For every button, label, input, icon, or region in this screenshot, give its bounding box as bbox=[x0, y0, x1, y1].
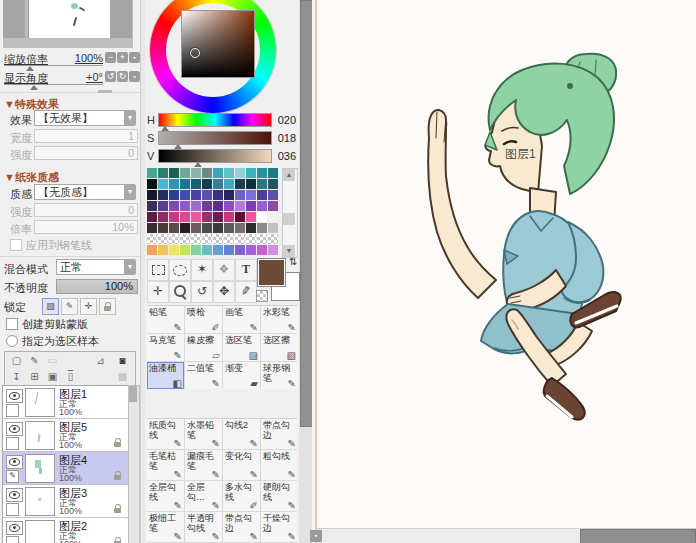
effect-width-field[interactable]: 1 bbox=[34, 129, 138, 143]
color-swatch[interactable] bbox=[268, 245, 278, 255]
brush-cell[interactable]: 水彩笔✎ bbox=[261, 306, 298, 333]
color-swatch[interactable] bbox=[213, 190, 223, 200]
color-swatch[interactable] bbox=[213, 179, 223, 189]
color-swatch[interactable] bbox=[268, 190, 278, 200]
color-swatch[interactable] bbox=[268, 234, 278, 244]
color-swatch[interactable] bbox=[147, 245, 157, 255]
brush-cell[interactable]: 带点勾边✎ bbox=[223, 512, 260, 542]
palette-scrollbar[interactable]: ▲ ▼ bbox=[282, 168, 298, 258]
color-swatch[interactable] bbox=[202, 223, 212, 233]
angle-reset-button[interactable]: ▪ bbox=[129, 71, 140, 82]
brush-cell[interactable]: 漏痕毛笔✎ bbox=[185, 450, 222, 480]
new-linework-layer-button[interactable]: ✎ bbox=[27, 354, 42, 368]
color-swatch[interactable] bbox=[202, 212, 212, 222]
rotate-ccw-button[interactable]: ↺ bbox=[105, 71, 116, 82]
color-swatch[interactable] bbox=[235, 212, 245, 222]
color-swatch[interactable] bbox=[202, 168, 212, 178]
brush-cell[interactable]: 纸质勾线✎ bbox=[147, 419, 184, 449]
color-swatch[interactable] bbox=[191, 234, 201, 244]
magic-wand-tool[interactable]: ✶ bbox=[191, 259, 213, 281]
color-swatch[interactable] bbox=[257, 212, 267, 222]
color-swatch[interactable] bbox=[169, 245, 179, 255]
lock-move-button[interactable]: ✛ bbox=[80, 298, 97, 315]
brush-cell[interactable]: 粗勾线✎ bbox=[261, 450, 297, 480]
brush-cell[interactable]: 半透明勾线✎ bbox=[185, 512, 222, 542]
palette-scroll-up-button[interactable]: ▲ bbox=[283, 169, 295, 181]
color-swatch[interactable] bbox=[257, 190, 267, 200]
color-swatch[interactable] bbox=[246, 234, 256, 244]
color-swatch[interactable] bbox=[191, 212, 201, 222]
saturation-value-picker[interactable] bbox=[181, 10, 255, 78]
color-swatch[interactable] bbox=[257, 223, 267, 233]
color-swatch[interactable] bbox=[257, 245, 267, 255]
mask-button[interactable]: ◙ bbox=[115, 354, 130, 368]
color-swatch[interactable] bbox=[235, 179, 245, 189]
color-swatch[interactable] bbox=[257, 201, 267, 211]
color-swatch[interactable] bbox=[202, 179, 212, 189]
canvas-hscrollbar-thumb[interactable] bbox=[580, 529, 696, 543]
color-swatch[interactable] bbox=[180, 245, 190, 255]
color-swatch[interactable] bbox=[224, 212, 234, 222]
color-swatch[interactable] bbox=[224, 179, 234, 189]
brush-cell[interactable]: 橡皮擦▱ bbox=[185, 334, 222, 361]
zoom-in-button[interactable]: + bbox=[117, 52, 128, 63]
color-swatch[interactable] bbox=[213, 201, 223, 211]
layer-visibility-toggle[interactable] bbox=[6, 488, 23, 502]
angle-slider-marker[interactable] bbox=[30, 85, 38, 90]
layer-row[interactable]: 图层3正常100% bbox=[3, 485, 129, 518]
layer-row[interactable]: 图层2正常100% bbox=[3, 518, 129, 543]
value-slider-marker[interactable] bbox=[194, 162, 202, 167]
color-swatch[interactable] bbox=[169, 201, 179, 211]
layer-visibility-toggle[interactable] bbox=[6, 521, 23, 535]
zoom-slider[interactable] bbox=[4, 65, 103, 66]
color-swatch[interactable] bbox=[191, 168, 201, 178]
hand-tool[interactable]: ✥ bbox=[213, 281, 235, 303]
new-layer-button[interactable]: ▢ bbox=[9, 354, 24, 368]
saturation-slider[interactable] bbox=[158, 131, 272, 145]
layer-row[interactable]: 图层5正常100% bbox=[3, 419, 129, 452]
color-swatch[interactable] bbox=[191, 201, 201, 211]
brush-cell[interactable]: 马克笔✎ bbox=[147, 334, 184, 361]
texture-select[interactable]: 【无质感】 bbox=[34, 184, 127, 200]
delete-layer-button[interactable]: ▯ bbox=[63, 370, 78, 384]
color-swatch[interactable] bbox=[257, 234, 267, 244]
brush-cell[interactable]: 油漆桶◧ bbox=[147, 362, 184, 389]
texture-section-header[interactable]: ▼纸张质感 bbox=[4, 170, 59, 185]
effect-select-arrow[interactable]: ▾ bbox=[124, 110, 136, 126]
color-swatch[interactable] bbox=[202, 234, 212, 244]
layer-row[interactable]: 图层1正常100% bbox=[3, 386, 129, 419]
color-swatch[interactable] bbox=[180, 168, 190, 178]
color-swatch[interactable] bbox=[224, 223, 234, 233]
color-swatch[interactable] bbox=[224, 201, 234, 211]
scrollbar-corner-button[interactable]: ▪ bbox=[310, 530, 322, 542]
layer-edit-checkbox[interactable] bbox=[6, 437, 19, 450]
blend-mode-select[interactable]: 正常 bbox=[56, 259, 126, 275]
color-swatch[interactable] bbox=[202, 190, 212, 200]
color-swatch[interactable] bbox=[202, 245, 212, 255]
merge-down-button[interactable]: ⊞ bbox=[27, 370, 42, 384]
brush-cell[interactable]: 选区擦▧ bbox=[261, 334, 298, 361]
color-swatch[interactable] bbox=[180, 223, 190, 233]
rotate-cw-button[interactable]: ↻ bbox=[117, 71, 128, 82]
brush-cell[interactable]: 全层勾…✎ bbox=[185, 481, 222, 511]
color-swatch[interactable] bbox=[246, 168, 256, 178]
zoom-out-button[interactable]: − bbox=[105, 52, 116, 63]
transparent-color-button[interactable] bbox=[256, 290, 268, 302]
layer-row[interactable]: ✎图层4正常100% bbox=[3, 452, 129, 485]
color-swatch[interactable] bbox=[268, 179, 278, 189]
apply-to-pen-checkbox[interactable] bbox=[10, 239, 22, 251]
color-swatch[interactable] bbox=[246, 223, 256, 233]
layer-edit-checkbox[interactable]: ✎ bbox=[6, 470, 19, 483]
lock-draw-button[interactable]: ✎ bbox=[61, 298, 78, 315]
color-swatch[interactable] bbox=[213, 245, 223, 255]
selection-sample-radio[interactable] bbox=[6, 335, 18, 347]
color-swatch[interactable] bbox=[235, 223, 245, 233]
color-swatch[interactable] bbox=[191, 245, 201, 255]
layers-scrollbar-thumb[interactable] bbox=[129, 386, 137, 402]
color-swatch[interactable] bbox=[268, 201, 278, 211]
texture-scale-field[interactable]: 10% bbox=[34, 220, 138, 234]
color-swatch[interactable] bbox=[235, 201, 245, 211]
color-swatch[interactable] bbox=[158, 179, 168, 189]
color-swatch[interactable] bbox=[246, 245, 256, 255]
brush-cell[interactable]: 渐变▰ bbox=[223, 362, 260, 389]
